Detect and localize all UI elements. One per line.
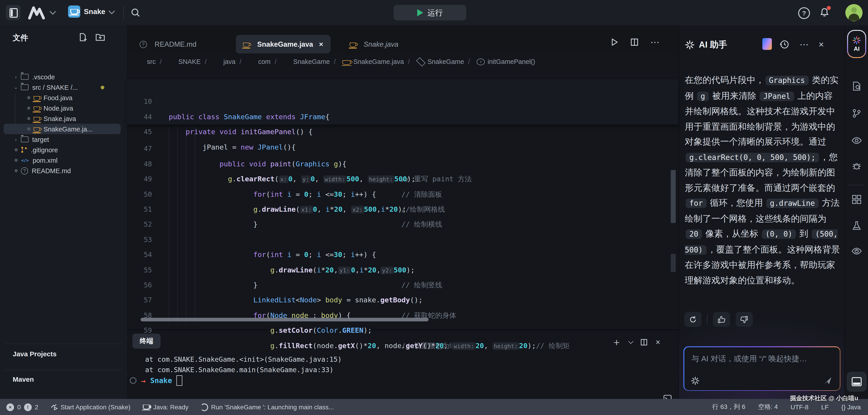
project-switcher[interactable]: Snake [68,5,113,18]
close-terminal-icon[interactable]: × [655,338,660,347]
toggle-panel-button[interactable] [847,372,867,392]
send-icon[interactable] [823,376,832,386]
code-line[interactable]: 49 for(int i = 0; i <=30; i++) { //绘制网格线 [127,157,678,172]
new-terminal-icon[interactable]: ＋ [612,336,622,349]
breadcrumb-label: com [258,58,271,65]
code-line[interactable]: 51 } [127,187,678,202]
file-tree-item[interactable]: ⌄ src / SNAKE /... [4,82,121,93]
breadcrumb-item[interactable]: com [236,58,271,65]
sidebar-toggle-button[interactable] [6,5,21,20]
breadcrumb-item[interactable]: java [201,58,236,65]
code-line[interactable]: 10 public class SnakeGame extends JFrame… [127,79,678,95]
breadcrumb-item[interactable]: src [137,58,156,65]
vertical-scrollbar[interactable] [671,170,676,223]
more-actions-icon[interactable]: ⋯ [650,40,660,44]
java-status[interactable]: Java: Ready [142,404,188,411]
tab-file-icon [140,40,147,48]
file-name: pom.xml [33,157,58,164]
editor-tab[interactable]: Snake.java [342,35,411,54]
section-java-projects[interactable]: Java Projects [13,350,57,358]
file-name: README.md [32,167,71,174]
more-icon[interactable]: ⋯ [800,39,809,50]
code-line[interactable]: 53 for(int i = 0; i <=30; i++) { [127,217,678,232]
run-progress[interactable]: Run 'SnakeGame ': Launching main class..… [200,403,334,411]
regenerate-button[interactable] [684,312,702,327]
split-terminal-icon[interactable] [641,339,648,346]
history-icon[interactable] [780,39,789,50]
help-icon[interactable]: ? [798,7,810,19]
file-search-tool[interactable] [848,78,865,94]
search-icon[interactable] [131,8,141,18]
breadcrumb-icon [477,58,485,65]
test-flask-tool[interactable] [848,218,865,234]
run-button[interactable]: 运行 [394,5,466,21]
file-tree-item[interactable]: README.md [4,165,121,176]
file-tree-item[interactable]: › target [4,134,121,145]
horizontal-scrollbar[interactable] [141,318,429,321]
new-folder-icon[interactable] [95,33,105,42]
close-panel-icon[interactable]: × [818,39,824,50]
notifications-bell-icon[interactable] [819,7,830,18]
code-line[interactable]: 44 private void initGamePanel() { [127,95,678,110]
ai-sparkle-icon [852,36,861,44]
debug-bug-tool[interactable] [848,158,865,174]
preview-eye-tool[interactable] [848,132,865,149]
logo-menu-chevron-icon[interactable] [50,8,56,15]
java-project-icon [68,5,80,18]
thumbs-up-button[interactable] [713,312,730,327]
ai-model-icon[interactable] [762,38,772,50]
language-mode[interactable]: {} Java [841,404,861,411]
code-line[interactable]: 56 LinkedList<Node> body = snake.getBody… [127,263,678,278]
file-tree-item[interactable]: › .vscode [4,72,121,82]
code-line[interactable]: 50 g.drawLine(x1:0, i*20, x2:500,i*20); … [127,172,678,187]
new-file-icon[interactable] [78,33,87,42]
code-line[interactable]: 57 for(Node node : body) { [127,278,678,293]
indentation[interactable]: 空格: 4 [758,403,778,411]
code-line[interactable]: 54 g.drawLine(i*20,y1:0,i*20,y2:500); //… [127,232,678,248]
source-control-tool[interactable] [848,105,865,122]
prompt-sparkle-icon[interactable] [691,377,699,385]
breadcrumb-item[interactable]: initGamePanel() [464,58,535,65]
run-file-icon[interactable] [611,38,619,46]
file-tree-item[interactable]: Snake.java [4,113,121,124]
user-avatar[interactable] [845,4,863,21]
split-editor-icon[interactable] [630,38,639,46]
breadcrumb-label: src [147,58,156,65]
status-bar: × 0 ! 2 Start Application (Snake) Java: … [0,399,868,415]
code-line[interactable]: 45 jPanel = new JPanel(){ [127,110,678,125]
breadcrumb-item[interactable]: SnakeGame [271,58,330,65]
code-line[interactable]: 52 [127,202,678,217]
ide-window: Snake 运行 ? 文件 [0,0,868,415]
file-tree-item[interactable]: Food.java [4,93,121,103]
ai-assistant-tool-active[interactable]: AI [847,30,866,58]
terminal-dropdown-chevron-icon[interactable] [628,339,634,344]
breadcrumb-item[interactable]: SNAKE [156,58,201,65]
breadcrumb-label: SnakeGame [293,58,330,65]
editor-tab[interactable]: SnakeGame.java × [236,35,330,54]
git-status-dot [27,117,30,120]
file-name: .gitignore [31,146,58,154]
ai-chat-input[interactable]: 与 AI 对话，或使用 “/” 唤起快捷… [683,346,840,391]
file-tree-item[interactable]: .gitignore [4,145,121,155]
power-mode-tool[interactable] [848,243,865,259]
eol-sequence[interactable]: LF [821,404,829,411]
file-tree-item[interactable]: pom.xml [4,155,121,165]
extensions-grid-tool[interactable] [848,191,865,208]
tab-close-icon[interactable]: × [319,40,323,48]
app-logo-icon[interactable] [27,5,46,20]
cursor-position[interactable]: 行 63，列 6 [712,403,745,411]
launch-config[interactable]: Start Application (Snake) [50,404,130,411]
editor-tab[interactable]: README.md [132,35,210,54]
thumbs-down-button[interactable] [736,312,753,327]
code-line[interactable]: 55 } [127,248,678,263]
encoding[interactable]: UTF-8 [790,404,808,411]
breadcrumb-item[interactable]: SnakeGame [404,58,464,65]
file-tree-item[interactable]: SnakeGame.ja... [4,124,121,134]
file-tree-item[interactable]: Node.java [4,103,121,113]
file-name: .vscode [32,73,55,81]
problems-indicator[interactable]: × 0 ! 2 [6,403,38,411]
section-maven[interactable]: Maven [13,375,34,383]
code-line[interactable]: 58 g.setColor(Color.GREEN); // 设置颜色为绿色 [127,293,678,308]
breadcrumb-item[interactable]: SnakeGame.java [330,58,404,65]
divider [123,6,124,19]
